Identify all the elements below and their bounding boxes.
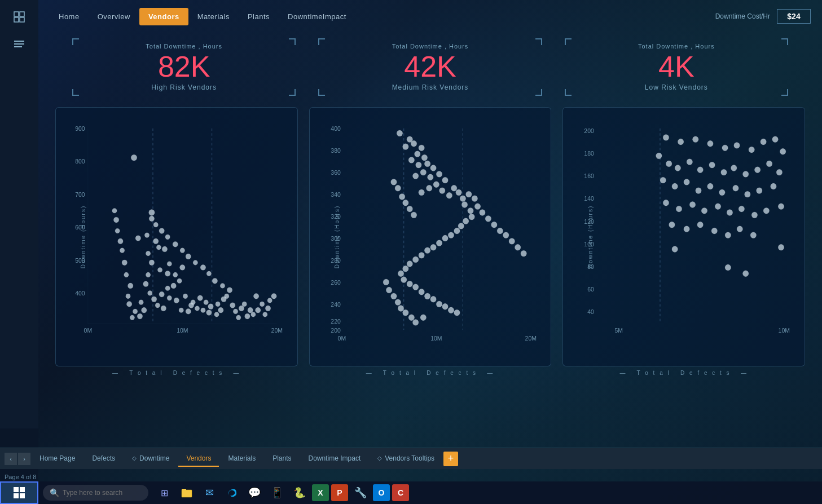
svg-text:180: 180 (584, 150, 595, 157)
tab-vendors-tooltips[interactable]: ◇ Vendors Tooltips (370, 451, 442, 467)
kpi-low-risk-sublabel: Low Risk Vendors (570, 83, 783, 91)
svg-point-256 (737, 226, 742, 232)
chart-high-risk-x-label: — T o t a l D e f e c t s — (55, 370, 298, 376)
downtime-cost-label: Downtime Cost/Hr (715, 12, 770, 20)
svg-point-58 (248, 307, 253, 313)
svg-point-141 (446, 192, 452, 198)
svg-point-54 (230, 303, 235, 308)
sidebar-icon-menu[interactable] (8, 33, 30, 55)
svg-point-49 (214, 312, 219, 317)
taskbar-app-snake[interactable]: 🐍 (289, 483, 310, 503)
nav-downtime-impact[interactable]: DowntimeImpact (279, 8, 355, 25)
svg-point-150 (479, 210, 485, 216)
svg-point-144 (460, 196, 465, 202)
svg-point-130 (424, 161, 430, 167)
svg-point-20 (131, 154, 137, 161)
tab-downtime-impact[interactable]: Downtime Impact (301, 451, 369, 467)
downtime-cost-value[interactable]: $24 (777, 9, 811, 24)
taskbar-app-whatsapp[interactable]: 📱 (267, 483, 287, 503)
svg-text:380: 380 (331, 147, 341, 154)
taskbar-app-task-view[interactable]: ⊞ (154, 483, 174, 503)
svg-point-37 (174, 298, 179, 303)
svg-point-22 (135, 236, 140, 241)
svg-text:10M: 10M (779, 327, 790, 334)
taskbar-search[interactable]: 🔍 (43, 485, 148, 501)
svg-text:20M: 20M (525, 335, 536, 342)
svg-text:0M: 0M (84, 327, 93, 334)
svg-point-27 (167, 262, 172, 267)
svg-point-233 (684, 179, 689, 185)
svg-point-169 (424, 293, 430, 299)
svg-point-35 (159, 291, 164, 297)
svg-point-238 (745, 191, 750, 197)
taskbar-app-excel[interactable]: X (312, 484, 329, 501)
svg-rect-4 (14, 41, 24, 42)
taskbar-search-input[interactable] (63, 489, 142, 497)
svg-point-137 (433, 182, 439, 188)
chart-medium-risk-wrapper: Downtime (Hours) 400 380 360 340 320 300… (309, 107, 552, 376)
svg-text:10M: 10M (430, 335, 442, 342)
svg-point-95 (115, 228, 120, 233)
svg-text:20M: 20M (271, 327, 283, 334)
kpi-high-risk-value: 82K (78, 52, 290, 81)
svg-point-96 (113, 217, 118, 223)
tab-add-button[interactable]: + (443, 452, 458, 466)
svg-point-139 (419, 189, 424, 196)
taskbar-app-mail[interactable]: ✉ (199, 483, 219, 503)
svg-point-92 (122, 260, 127, 266)
taskbar-app-outlook[interactable]: O (373, 484, 390, 501)
taskbar-app-teams[interactable]: 💬 (244, 483, 265, 503)
svg-point-43 (191, 300, 195, 305)
taskbar-app-edge[interactable] (222, 483, 242, 503)
svg-point-62 (227, 288, 232, 293)
kpi-section: Total Downtime , Hours 82K High Risk Ven… (38, 33, 822, 96)
svg-point-192 (398, 306, 403, 312)
svg-point-242 (676, 206, 682, 212)
svg-text:400: 400 (331, 125, 341, 132)
svg-text:40: 40 (587, 308, 594, 315)
tab-vendors-tooltips-icon: ◇ (377, 455, 382, 461)
tab-defects[interactable]: Defects (84, 451, 123, 467)
svg-point-253 (697, 222, 703, 228)
nav-plants[interactable]: Plants (239, 8, 279, 25)
taskbar-app-powerpoint[interactable]: P (331, 484, 348, 501)
svg-point-89 (126, 294, 130, 299)
svg-point-59 (251, 312, 256, 317)
svg-point-42 (179, 308, 183, 313)
nav-materials[interactable]: Materials (188, 8, 239, 25)
svg-point-36 (167, 295, 172, 300)
start-button[interactable] (0, 481, 38, 504)
taskbar-app-service[interactable]: 🔧 (350, 483, 371, 503)
svg-point-86 (137, 313, 142, 319)
svg-point-217 (772, 136, 778, 143)
svg-point-57 (242, 302, 247, 307)
svg-point-138 (426, 185, 432, 191)
svg-point-261 (743, 271, 749, 277)
svg-point-97 (112, 208, 117, 213)
tab-plants[interactable]: Plants (265, 451, 299, 467)
nav-home[interactable]: Home (50, 8, 89, 25)
svg-point-56 (239, 306, 244, 311)
tab-next-button[interactable]: › (18, 453, 30, 465)
svg-point-223 (697, 167, 703, 173)
tab-downtime[interactable]: ◇ Downtime (124, 451, 177, 467)
svg-point-53 (225, 294, 229, 299)
tab-home-page[interactable]: Home Page (32, 451, 83, 467)
taskbar-app-red-app[interactable]: C (392, 484, 409, 501)
svg-point-75 (144, 233, 149, 238)
svg-point-156 (442, 235, 447, 241)
svg-point-212 (707, 140, 713, 147)
svg-point-147 (461, 202, 467, 208)
nav-vendors[interactable]: Vendors (139, 8, 188, 25)
nav-overview[interactable]: Overview (89, 8, 139, 25)
svg-point-60 (245, 313, 250, 319)
svg-point-252 (684, 226, 689, 232)
svg-text:900: 900 (75, 125, 85, 132)
svg-point-74 (149, 216, 154, 222)
taskbar-app-file-explorer[interactable] (177, 483, 197, 503)
tab-vendors[interactable]: Vendors (178, 451, 219, 467)
tab-materials[interactable]: Materials (220, 451, 263, 467)
tab-prev-button[interactable]: ‹ (5, 453, 17, 465)
svg-point-38 (183, 294, 187, 299)
sidebar-icon-grid[interactable] (8, 6, 30, 28)
